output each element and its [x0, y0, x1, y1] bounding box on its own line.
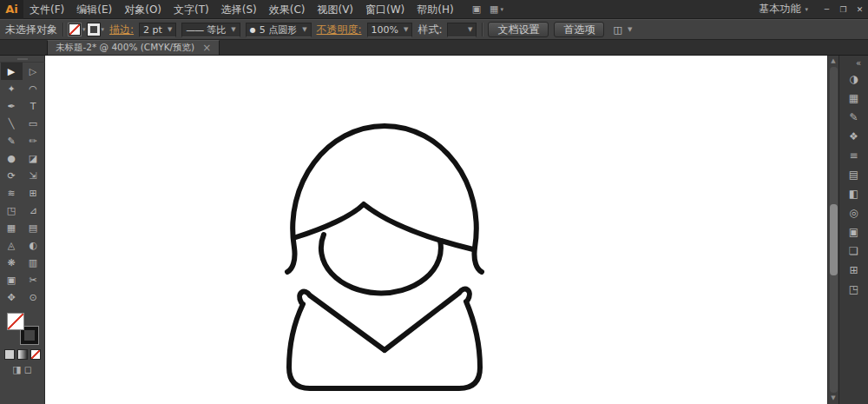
document-tab[interactable]: 未标题-2* @ 400% (CMYK/预览) ×: [47, 40, 220, 55]
close-tab-icon[interactable]: ×: [202, 43, 211, 53]
tool-eyedropper[interactable]: ◬: [1, 236, 23, 254]
workspace-switcher[interactable]: 基本功能 ▾: [748, 2, 819, 17]
none-button[interactable]: [30, 349, 41, 360]
tool-hand[interactable]: ✥: [1, 288, 23, 306]
panel-graphic-styles-icon[interactable]: ▣: [843, 222, 865, 242]
panel-align-icon[interactable]: ⊞: [843, 261, 865, 280]
separator: [482, 23, 483, 36]
tool-column-graph[interactable]: ▥: [23, 254, 44, 271]
panel-appearance-icon[interactable]: ◎: [843, 203, 865, 222]
panel-gradient-icon[interactable]: ▤: [843, 165, 865, 184]
tool-artboard[interactable]: ▣: [1, 271, 23, 288]
avatar-artwork[interactable]: [282, 117, 487, 392]
scrollbar-thumb[interactable]: [830, 204, 838, 275]
panel-transparency-icon[interactable]: ◧: [843, 184, 865, 203]
menu-type[interactable]: 文字(T): [168, 0, 215, 19]
avatar-left-collar-path[interactable]: [299, 292, 385, 350]
panel-symbols-icon[interactable]: ❖: [843, 127, 865, 146]
tool-rotate[interactable]: ⟳: [1, 167, 23, 184]
stroke-panel-link[interactable]: 描边:: [109, 23, 134, 37]
tool-line-segment[interactable]: ╲: [1, 115, 23, 132]
menubar-icons: ▣ ▦ ▾: [472, 3, 503, 15]
illustrator-window: Ai 文件(F) 编辑(E) 对象(O) 文字(T) 选择(S) 效果(C) 视…: [0, 0, 868, 404]
opacity-panel-link[interactable]: 不透明度:: [317, 23, 362, 37]
scroll-up-icon[interactable]: ▲: [831, 56, 835, 66]
tool-pencil[interactable]: ✏: [23, 132, 44, 149]
tool-mesh[interactable]: ▦: [1, 219, 23, 236]
tools-panel-grip[interactable]: [0, 56, 45, 63]
menu-object[interactable]: 对象(O): [118, 0, 168, 19]
tool-paintbrush[interactable]: ✎: [1, 132, 23, 149]
tool-direct-selection[interactable]: ▷: [23, 63, 44, 80]
document-setup-button[interactable]: 文档设置: [488, 22, 549, 37]
preferences-button[interactable]: 首选项: [554, 22, 604, 37]
dropdown-arrow-icon[interactable]: ▾: [102, 26, 105, 33]
panel-layers-icon[interactable]: ❏: [843, 242, 865, 261]
stroke-weight-select[interactable]: 2 pt ▼: [139, 23, 176, 37]
tool-slice[interactable]: ✂: [23, 271, 44, 288]
drawing-mode-icon[interactable]: ◨: [12, 365, 21, 375]
close-button[interactable]: ✕: [852, 0, 868, 19]
width-profile-select[interactable]: —— 等比 ▼: [181, 23, 240, 37]
menu-window[interactable]: 窗口(W): [359, 0, 411, 19]
avatar-body-path[interactable]: [289, 301, 480, 388]
menu-bar: Ai 文件(F) 编辑(E) 对象(O) 文字(T) 选择(S) 效果(C) 视…: [0, 0, 868, 19]
tool-blob-brush[interactable]: ●: [1, 149, 23, 167]
menu-view[interactable]: 视图(V): [311, 0, 359, 19]
tool-selection[interactable]: ▶: [1, 63, 23, 80]
fill-color-box[interactable]: [7, 313, 24, 330]
dropdown-arrow-icon[interactable]: ▾: [82, 26, 86, 33]
tool-type[interactable]: T: [23, 97, 44, 115]
menu-effect[interactable]: 效果(C): [263, 0, 312, 19]
tool-shape-builder[interactable]: ◳: [1, 202, 23, 219]
scroll-down-icon[interactable]: ▼: [831, 394, 835, 403]
restore-button[interactable]: ❐: [835, 0, 852, 19]
gradient-button[interactable]: [17, 349, 28, 360]
avatar-right-collar-path[interactable]: [385, 289, 470, 350]
opacity-select[interactable]: 100% ▼: [367, 23, 413, 37]
fill-swatch[interactable]: [69, 23, 81, 36]
panel-stroke-icon[interactable]: ≡: [843, 146, 865, 165]
panel-menu-dropdown[interactable]: ◫ ▼: [609, 23, 635, 37]
tool-zoom[interactable]: ⊙: [23, 288, 44, 306]
vertical-scrollbar[interactable]: ▲ ▼: [827, 56, 838, 404]
tool-scale[interactable]: ⇲: [23, 167, 44, 184]
tool-eraser[interactable]: ◪: [23, 149, 44, 167]
document-title: 未标题-2* @ 400% (CMYK/预览): [56, 42, 194, 54]
bridge-icon[interactable]: ▣: [472, 3, 481, 15]
tool-symbol-sprayer[interactable]: ❋: [1, 254, 23, 271]
tool-blend[interactable]: ◐: [23, 236, 44, 254]
panel-pathfinder-icon[interactable]: ◳: [843, 280, 865, 299]
expand-panels-icon[interactable]: «: [856, 56, 868, 70]
menu-select[interactable]: 选择(S): [215, 0, 263, 19]
stroke-swatch[interactable]: [88, 23, 100, 36]
menu-file[interactable]: 文件(F): [23, 0, 70, 19]
fill-stroke-indicator[interactable]: [7, 313, 38, 344]
tool-rectangle[interactable]: ▭: [23, 115, 44, 132]
arrange-documents-icon[interactable]: ▦ ▾: [490, 3, 503, 15]
menu-edit[interactable]: 编辑(E): [70, 0, 118, 19]
menu-help[interactable]: 帮助(H): [411, 0, 459, 19]
panel-brushes-icon[interactable]: ✎: [843, 108, 865, 127]
canvas[interactable]: [45, 56, 827, 404]
tool-magic-wand[interactable]: ✦: [1, 80, 23, 97]
avatar-hair-path[interactable]: [287, 126, 482, 272]
scrollbar-track[interactable]: [830, 67, 838, 393]
tool-perspective-grid[interactable]: ⊿: [23, 202, 44, 219]
tool-width[interactable]: ≋: [1, 184, 23, 202]
mode-buttons: ◨ ◻: [12, 365, 32, 375]
minimize-button[interactable]: ─: [819, 0, 835, 19]
panel-color-icon[interactable]: ◑: [843, 70, 865, 89]
style-label: 样式:: [418, 23, 442, 37]
tool-pen[interactable]: ✒: [1, 97, 23, 115]
avatar-face-path[interactable]: [321, 235, 441, 293]
tool-lasso[interactable]: ◠: [23, 80, 44, 97]
color-button[interactable]: [4, 349, 15, 360]
panel-swatches-icon[interactable]: ▦: [843, 89, 865, 108]
brush-definition-select[interactable]: ● 5 点圆形 ▼: [246, 23, 312, 37]
screen-mode-icon[interactable]: ◻: [24, 365, 32, 375]
tool-free-transform[interactable]: ⊞: [23, 184, 44, 202]
style-select[interactable]: ▼: [447, 23, 477, 37]
control-bar: 未选择对象 ▾ ▾ 描边: 2 pt ▼ —— 等比 ▼ ● 5 点圆形 ▼ 不…: [0, 19, 868, 40]
tool-gradient[interactable]: ▤: [23, 219, 44, 236]
